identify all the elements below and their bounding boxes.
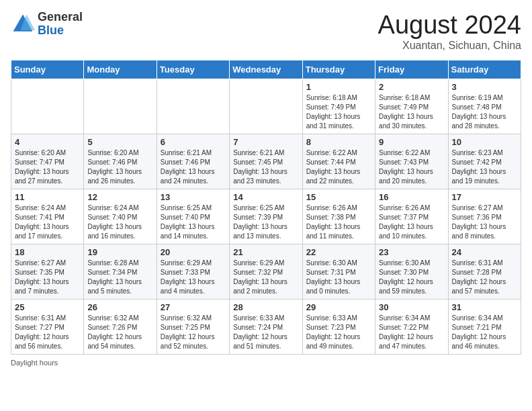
day-info: Sunrise: 6:22 AM Sunset: 7:43 PM Dayligh… xyxy=(379,148,444,186)
day-cell: 22Sunrise: 6:30 AM Sunset: 7:31 PM Dayli… xyxy=(302,244,375,300)
day-info: Sunrise: 6:31 AM Sunset: 7:28 PM Dayligh… xyxy=(452,259,517,296)
day-info: Sunrise: 6:21 AM Sunset: 7:45 PM Dayligh… xyxy=(233,148,298,186)
week-row-2: 4Sunrise: 6:20 AM Sunset: 7:47 PM Daylig… xyxy=(11,134,521,189)
day-cell: 9Sunrise: 6:22 AM Sunset: 7:43 PM Daylig… xyxy=(375,134,448,189)
day-number: 14 xyxy=(233,192,298,202)
day-info: Sunrise: 6:18 AM Sunset: 7:49 PM Dayligh… xyxy=(379,93,444,131)
weekday-friday: Friday xyxy=(375,60,448,79)
day-info: Sunrise: 6:19 AM Sunset: 7:48 PM Dayligh… xyxy=(452,93,517,131)
day-cell: 10Sunrise: 6:23 AM Sunset: 7:42 PM Dayli… xyxy=(448,134,521,189)
day-cell: 19Sunrise: 6:28 AM Sunset: 7:34 PM Dayli… xyxy=(84,244,157,300)
day-info: Sunrise: 6:31 AM Sunset: 7:27 PM Dayligh… xyxy=(15,314,80,351)
day-number: 4 xyxy=(15,137,80,147)
day-number: 15 xyxy=(306,192,371,202)
day-cell: 11Sunrise: 6:24 AM Sunset: 7:41 PM Dayli… xyxy=(11,189,84,244)
day-number: 28 xyxy=(233,302,298,312)
day-number: 29 xyxy=(306,302,371,312)
week-row-3: 11Sunrise: 6:24 AM Sunset: 7:41 PM Dayli… xyxy=(11,189,521,244)
day-info: Sunrise: 6:25 AM Sunset: 7:40 PM Dayligh… xyxy=(161,203,226,241)
day-number: 23 xyxy=(379,247,444,257)
day-cell: 23Sunrise: 6:30 AM Sunset: 7:30 PM Dayli… xyxy=(375,244,448,300)
day-cell: 12Sunrise: 6:24 AM Sunset: 7:40 PM Dayli… xyxy=(84,189,157,244)
day-cell: 16Sunrise: 6:26 AM Sunset: 7:37 PM Dayli… xyxy=(375,189,448,244)
day-cell: 18Sunrise: 6:27 AM Sunset: 7:35 PM Dayli… xyxy=(11,244,84,300)
day-cell: 29Sunrise: 6:33 AM Sunset: 7:23 PM Dayli… xyxy=(302,300,375,355)
day-number: 10 xyxy=(452,137,517,147)
week-row-4: 18Sunrise: 6:27 AM Sunset: 7:35 PM Dayli… xyxy=(11,244,521,300)
day-number: 5 xyxy=(87,137,152,147)
day-cell: 2Sunrise: 6:18 AM Sunset: 7:49 PM Daylig… xyxy=(375,79,448,134)
day-cell: 20Sunrise: 6:29 AM Sunset: 7:33 PM Dayli… xyxy=(157,244,229,300)
day-cell: 13Sunrise: 6:25 AM Sunset: 7:40 PM Dayli… xyxy=(157,189,229,244)
week-row-1: 1Sunrise: 6:18 AM Sunset: 7:49 PM Daylig… xyxy=(11,79,521,134)
day-info: Sunrise: 6:32 AM Sunset: 7:26 PM Dayligh… xyxy=(87,314,152,351)
weekday-wednesday: Wednesday xyxy=(230,60,302,79)
day-number: 11 xyxy=(15,192,80,202)
day-number: 19 xyxy=(87,247,152,257)
day-number: 18 xyxy=(15,247,80,257)
day-cell: 4Sunrise: 6:20 AM Sunset: 7:47 PM Daylig… xyxy=(11,134,84,189)
logo-blue: Blue xyxy=(38,24,64,37)
day-number: 25 xyxy=(15,302,80,312)
day-number: 17 xyxy=(452,192,517,202)
day-number: 20 xyxy=(161,247,226,257)
month-title: August 2024 xyxy=(378,11,521,40)
day-number: 16 xyxy=(379,192,444,202)
day-cell xyxy=(157,79,229,134)
location: Xuantan, Sichuan, China xyxy=(378,40,521,52)
day-cell: 15Sunrise: 6:26 AM Sunset: 7:38 PM Dayli… xyxy=(302,189,375,244)
day-cell: 26Sunrise: 6:32 AM Sunset: 7:26 PM Dayli… xyxy=(84,300,157,355)
day-info: Sunrise: 6:18 AM Sunset: 7:49 PM Dayligh… xyxy=(306,93,371,131)
day-number: 7 xyxy=(233,137,298,147)
day-cell: 3Sunrise: 6:19 AM Sunset: 7:48 PM Daylig… xyxy=(448,79,521,134)
logo-icon xyxy=(11,12,35,36)
day-number: 30 xyxy=(379,302,444,312)
day-info: Sunrise: 6:23 AM Sunset: 7:42 PM Dayligh… xyxy=(452,148,517,186)
day-cell: 21Sunrise: 6:29 AM Sunset: 7:32 PM Dayli… xyxy=(230,244,302,300)
day-cell: 31Sunrise: 6:34 AM Sunset: 7:21 PM Dayli… xyxy=(448,300,521,355)
day-cell: 8Sunrise: 6:22 AM Sunset: 7:44 PM Daylig… xyxy=(302,134,375,189)
day-number: 8 xyxy=(306,137,371,147)
day-cell: 24Sunrise: 6:31 AM Sunset: 7:28 PM Dayli… xyxy=(448,244,521,300)
day-number: 22 xyxy=(306,247,371,257)
day-info: Sunrise: 6:32 AM Sunset: 7:25 PM Dayligh… xyxy=(161,314,226,351)
day-info: Sunrise: 6:30 AM Sunset: 7:30 PM Dayligh… xyxy=(379,259,444,296)
day-number: 9 xyxy=(379,137,444,147)
day-info: Sunrise: 6:24 AM Sunset: 7:41 PM Dayligh… xyxy=(15,203,80,241)
weekday-header-row: SundayMondayTuesdayWednesdayThursdayFrid… xyxy=(11,60,521,79)
footer: Daylight hours xyxy=(11,359,521,367)
weekday-sunday: Sunday xyxy=(11,60,84,79)
weekday-thursday: Thursday xyxy=(302,60,375,79)
day-info: Sunrise: 6:25 AM Sunset: 7:39 PM Dayligh… xyxy=(233,203,298,241)
logo: General Blue xyxy=(11,11,83,38)
day-info: Sunrise: 6:26 AM Sunset: 7:38 PM Dayligh… xyxy=(306,203,371,241)
day-info: Sunrise: 6:20 AM Sunset: 7:46 PM Dayligh… xyxy=(87,148,152,186)
day-info: Sunrise: 6:20 AM Sunset: 7:47 PM Dayligh… xyxy=(15,148,80,186)
weekday-monday: Monday xyxy=(84,60,157,79)
day-cell: 28Sunrise: 6:33 AM Sunset: 7:24 PM Dayli… xyxy=(230,300,302,355)
day-cell: 17Sunrise: 6:27 AM Sunset: 7:36 PM Dayli… xyxy=(448,189,521,244)
day-info: Sunrise: 6:34 AM Sunset: 7:21 PM Dayligh… xyxy=(452,314,517,351)
day-info: Sunrise: 6:34 AM Sunset: 7:22 PM Dayligh… xyxy=(379,314,444,351)
day-cell: 1Sunrise: 6:18 AM Sunset: 7:49 PM Daylig… xyxy=(302,79,375,134)
day-number: 1 xyxy=(306,82,371,92)
day-info: Sunrise: 6:24 AM Sunset: 7:40 PM Dayligh… xyxy=(87,203,152,241)
day-cell: 25Sunrise: 6:31 AM Sunset: 7:27 PM Dayli… xyxy=(11,300,84,355)
day-cell xyxy=(84,79,157,134)
day-info: Sunrise: 6:27 AM Sunset: 7:35 PM Dayligh… xyxy=(15,259,80,296)
day-cell: 30Sunrise: 6:34 AM Sunset: 7:22 PM Dayli… xyxy=(375,300,448,355)
logo-general: General xyxy=(38,10,83,24)
day-number: 24 xyxy=(452,247,517,257)
day-number: 12 xyxy=(87,192,152,202)
day-number: 26 xyxy=(87,302,152,312)
weekday-saturday: Saturday xyxy=(448,60,521,79)
day-info: Sunrise: 6:28 AM Sunset: 7:34 PM Dayligh… xyxy=(87,259,152,296)
day-number: 6 xyxy=(161,137,226,147)
day-number: 2 xyxy=(379,82,444,92)
title-block: August 2024 Xuantan, Sichuan, China xyxy=(378,11,521,52)
day-cell: 5Sunrise: 6:20 AM Sunset: 7:46 PM Daylig… xyxy=(84,134,157,189)
day-info: Sunrise: 6:27 AM Sunset: 7:36 PM Dayligh… xyxy=(452,203,517,241)
day-cell: 27Sunrise: 6:32 AM Sunset: 7:25 PM Dayli… xyxy=(157,300,229,355)
day-number: 13 xyxy=(161,192,226,202)
day-info: Sunrise: 6:22 AM Sunset: 7:44 PM Dayligh… xyxy=(306,148,371,186)
